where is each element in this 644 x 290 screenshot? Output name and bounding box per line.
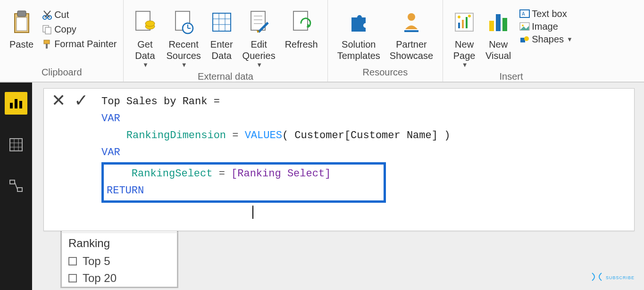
checkbox-icon[interactable] — [68, 274, 77, 282]
nav-model-view[interactable] — [5, 175, 27, 198]
clipboard-icon — [11, 6, 33, 39]
text-box-icon: A — [518, 9, 532, 19]
svg-rect-56 — [10, 180, 15, 184]
cut-label: Cut — [54, 9, 69, 20]
nav-report-view[interactable] — [5, 92, 27, 115]
copy-button[interactable]: Copy — [38, 22, 118, 37]
dax-keyword-return: RETURN — [107, 185, 144, 197]
slicer-item[interactable]: Top 5 — [62, 253, 177, 270]
svg-rect-57 — [17, 188, 22, 191]
svg-rect-48 — [10, 103, 13, 108]
edit-queries-button[interactable]: Edit Queries ▼ — [238, 5, 280, 68]
enter-data-label: Enter Data — [210, 39, 233, 61]
svg-rect-18 — [213, 13, 231, 31]
solution-templates-button[interactable]: Solution Templates — [333, 5, 385, 61]
svg-line-58 — [15, 182, 17, 190]
shapes-icon — [518, 35, 532, 44]
formula-bar[interactable]: ✕ ✓ Top Sales by Rank = VAR RankingDimen… — [43, 88, 635, 231]
new-visual-button[interactable]: New Visual — [481, 5, 516, 61]
svg-rect-40 — [496, 14, 501, 31]
image-icon — [518, 22, 532, 32]
svg-rect-32 — [404, 30, 418, 32]
enter-data-button[interactable]: Enter Data — [206, 5, 238, 61]
get-data-icon — [133, 6, 157, 39]
svg-rect-9 — [44, 40, 50, 44]
watermark-label: SUBSCRIBE — [606, 275, 635, 280]
svg-rect-10 — [46, 44, 48, 49]
chart-icon — [486, 6, 510, 39]
formula-bar-controls: ✕ ✓ — [44, 89, 96, 110]
svg-rect-41 — [502, 18, 507, 31]
dax-column-ref: Customer[Customer Name] — [288, 130, 444, 141]
table-icon — [211, 6, 233, 39]
get-data-button[interactable]: Get Data ▼ — [128, 5, 161, 68]
cut-button[interactable]: Cut — [38, 8, 118, 22]
get-data-label: Get Data — [135, 39, 155, 61]
svg-rect-8 — [45, 27, 51, 34]
dax-measure-ref: [Ranking Select] — [231, 168, 331, 180]
ribbon-group-label: External data — [128, 68, 322, 84]
new-page-icon — [452, 6, 476, 39]
new-page-button[interactable]: New Page ▼ — [448, 5, 481, 68]
text-cursor — [252, 206, 253, 219]
image-button[interactable]: Image — [516, 20, 575, 33]
svg-point-31 — [408, 13, 415, 21]
formula-editor[interactable]: Top Sales by Rank = VAR RankingDimension… — [96, 89, 634, 231]
svg-rect-1 — [17, 11, 26, 17]
copy-icon — [40, 25, 54, 35]
partner-icon — [400, 6, 423, 39]
ribbon-group-insert: New Page ▼ New Visual A Text box — [443, 0, 579, 82]
image-label: Image — [532, 21, 558, 32]
ribbon-group-clipboard: Paste Cut Copy — [0, 0, 124, 82]
partner-showcase-button[interactable]: Partner Showcase — [385, 5, 438, 61]
svg-rect-50 — [19, 101, 22, 108]
left-nav — [0, 83, 32, 290]
dax-variable-name: RankingDimension — [126, 130, 226, 141]
annotation-highlight: RankingSelect = [Ranking Select] RETURN — [101, 162, 386, 203]
refresh-label: Refresh — [285, 39, 318, 50]
dax-keyword-var: VAR — [101, 113, 120, 124]
format-painter-label: Format Painter — [54, 39, 117, 50]
svg-rect-34 — [458, 23, 460, 28]
text-box-button[interactable]: A Text box — [516, 8, 575, 20]
refresh-button[interactable]: Refresh — [280, 5, 323, 50]
svg-point-47 — [524, 36, 529, 41]
svg-rect-51 — [10, 139, 22, 151]
new-page-label: New Page — [453, 39, 476, 61]
svg-point-45 — [522, 25, 524, 26]
watermark: SUBSCRIBE — [590, 272, 635, 282]
ribbon-group-label: Resources — [333, 64, 438, 80]
svg-rect-29 — [293, 11, 308, 30]
ribbon: Paste Cut Copy — [0, 0, 644, 83]
report-canvas-area: Aut ≡ ••• Ranking Top 5 Top 20 ✕ ✓ Top S… — [32, 83, 644, 290]
text-box-label: Text box — [532, 8, 567, 19]
paintbrush-icon — [40, 39, 54, 50]
dax-variable-name: RankingSelect — [132, 168, 213, 180]
nav-data-view[interactable] — [5, 133, 27, 156]
svg-text:A: A — [522, 11, 525, 17]
svg-rect-35 — [462, 20, 464, 28]
partner-showcase-label: Partner Showcase — [390, 39, 433, 61]
edit-queries-icon — [247, 6, 271, 39]
checkbox-icon[interactable] — [68, 257, 77, 265]
recent-sources-label: Recent Sources — [166, 39, 201, 61]
dax-function: VALUES — [245, 130, 282, 141]
slicer-item[interactable]: Top 20 — [62, 270, 177, 287]
dna-icon — [590, 272, 603, 282]
svg-rect-39 — [489, 21, 494, 31]
edit-queries-label: Edit Queries — [243, 39, 276, 61]
chevron-down-icon: ▼ — [461, 61, 468, 68]
svg-rect-36 — [466, 17, 468, 28]
shapes-button[interactable]: Shapes ▼ — [516, 33, 575, 46]
svg-point-37 — [458, 16, 460, 18]
chevron-down-icon: ▼ — [566, 36, 573, 43]
new-visual-label: New Visual — [485, 39, 511, 61]
paste-button[interactable]: Paste — [5, 5, 38, 50]
recent-sources-icon — [172, 6, 195, 39]
cancel-formula-button[interactable]: ✕ — [51, 91, 66, 110]
ribbon-group-label: Clipboard — [5, 64, 118, 80]
format-painter-button[interactable]: Format Painter — [38, 37, 118, 51]
recent-sources-button[interactable]: Recent Sources ▼ — [161, 5, 205, 68]
data-grid-icon — [9, 138, 23, 152]
commit-formula-button[interactable]: ✓ — [74, 91, 88, 110]
